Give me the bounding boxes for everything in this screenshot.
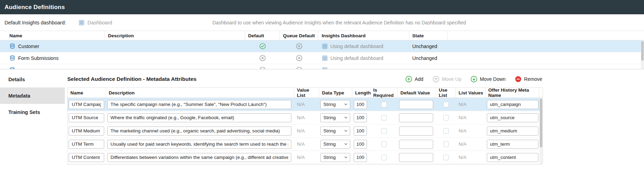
metadata-scrollbar[interactable] [539,98,543,164]
add-icon [405,76,412,83]
is-required-checkbox[interactable] [381,155,387,160]
remove-button[interactable]: Remove [515,76,542,83]
value-list-value: N/A [294,141,305,147]
attribute-description-input[interactable] [107,100,291,109]
attribute-name-input[interactable] [69,153,104,162]
default-dashboard-label: Default Insights dashboard: [5,20,78,25]
attribute-description-input[interactable] [107,113,291,122]
column-header-name: Name [0,31,105,40]
default-value-input[interactable] [399,100,433,109]
data-type-select[interactable]: String [320,126,350,136]
definitions-scrollbar[interactable] [641,41,644,69]
metadata-row[interactable]: N/A String N/A [68,138,543,151]
attribute-description-input[interactable] [107,140,291,149]
offer-history-meta-name-input[interactable] [487,113,538,122]
audience-definitions-page: Audience Definitions Default Insights da… [0,0,644,192]
data-type-value: String [323,128,336,133]
length-input[interactable] [354,100,367,109]
dashboard-icon [322,43,328,49]
action-label: Add [415,76,423,82]
length-input[interactable] [354,113,367,122]
database-icon [9,55,15,61]
data-type-value: String [323,141,336,147]
definition-description [105,64,245,69]
tab-training-sets[interactable]: Training Sets [0,104,65,120]
metadata-row[interactable]: N/A String N/A [68,151,543,164]
default-value-input[interactable] [399,140,433,149]
length-input[interactable] [354,126,367,136]
data-type-select[interactable]: String [320,100,350,109]
offer-history-meta-name-input[interactable] [487,153,538,162]
is-required-checkbox[interactable] [381,141,387,147]
data-type-value: String [323,115,336,120]
action-label: Move Down [480,76,506,82]
attribute-name-input[interactable] [69,113,104,122]
add-button[interactable]: Add [405,76,423,83]
data-type-select[interactable]: String [320,113,350,122]
tab-metadata[interactable]: Metadata [0,87,65,104]
value-list-value: N/A [294,102,305,107]
offer-history-meta-name-input[interactable] [487,140,538,149]
metadata-row[interactable]: N/A String N/A [68,111,543,124]
definitions-scrollbar-thumb[interactable] [641,41,644,61]
attribute-name-input[interactable] [69,100,104,109]
data-type-value: String [323,102,336,107]
definition-state: Unchanged [409,40,448,52]
move-up-button[interactable]: Move Up [432,76,461,83]
data-type-select[interactable]: String [320,140,350,149]
offer-history-meta-name-input[interactable] [487,100,538,109]
default-value-input[interactable] [399,126,433,136]
column-header-default-value: Default Value [398,88,436,98]
metadata-scrollbar-thumb[interactable] [540,99,542,147]
use-list-checkbox[interactable] [443,102,449,107]
column-header-description: Description [105,31,245,40]
metadata-table-header: Name Description Value List Data Type Le… [68,88,543,98]
column-header-default: Default [245,31,280,40]
is-required-checkbox[interactable] [381,102,387,107]
audience-definitions-table: Name Description Default Queue Default I… [0,31,644,69]
default-dashboard-value: Dashboard [87,20,112,25]
action-label: Move Up [442,76,461,82]
database-icon [9,67,15,69]
down-icon [470,76,477,83]
use-list-checkbox[interactable] [443,141,449,147]
definition-row[interactable] [0,64,644,69]
length-input[interactable] [354,153,367,162]
attribute-name-input[interactable] [69,140,104,149]
column-header-filler [448,31,644,40]
tab-details[interactable]: Details [0,71,65,87]
default-value-input[interactable] [399,113,433,122]
is-required-checkbox[interactable] [381,115,387,121]
offer-history-meta-name-input[interactable] [487,126,538,136]
definition-state [409,64,448,69]
value-list-value: N/A [294,128,305,133]
use-list-checkbox[interactable] [443,115,449,121]
remove-icon [515,76,522,83]
metadata-panel: Selected Audience Definition - Metadata … [65,69,543,192]
column-header-data-type: Data Type [319,88,352,98]
default-value-input[interactable] [399,153,433,162]
attribute-description-input[interactable] [107,153,291,162]
is-required-checkbox[interactable] [381,128,387,134]
default-dashboard-hint: Dashboard to use when viewing Audience I… [112,20,639,25]
lower-split: Details Metadata Training Sets Selected … [0,69,644,192]
attribute-description-input[interactable] [107,126,291,136]
default-dashboard-picker[interactable]: Dashboard [78,20,112,26]
tab-label: Training Sets [8,109,40,115]
data-type-select[interactable]: String [320,153,350,162]
chevron-down-icon [344,116,348,120]
definition-row[interactable]: Customer Using default dashboard Unchang… [0,40,644,52]
metadata-row[interactable]: N/A String N/A [68,124,543,138]
move-down-button[interactable]: Move Down [470,76,506,83]
definition-row[interactable]: Form Submissions Using default dashboard… [0,52,644,64]
column-header-offer-history-meta-name: Offer History Meta Name [485,88,539,98]
up-icon [432,76,439,83]
chevron-down-icon [344,129,348,133]
attribute-name-input[interactable] [69,126,104,136]
queue-default-indicator [280,40,318,52]
metadata-row[interactable]: N/A String N/A [68,98,543,111]
use-list-checkbox[interactable] [443,128,449,134]
use-list-checkbox[interactable] [443,155,449,160]
metadata-table-body: N/A String N/A N/A String N/A [68,98,543,164]
length-input[interactable] [354,140,367,149]
